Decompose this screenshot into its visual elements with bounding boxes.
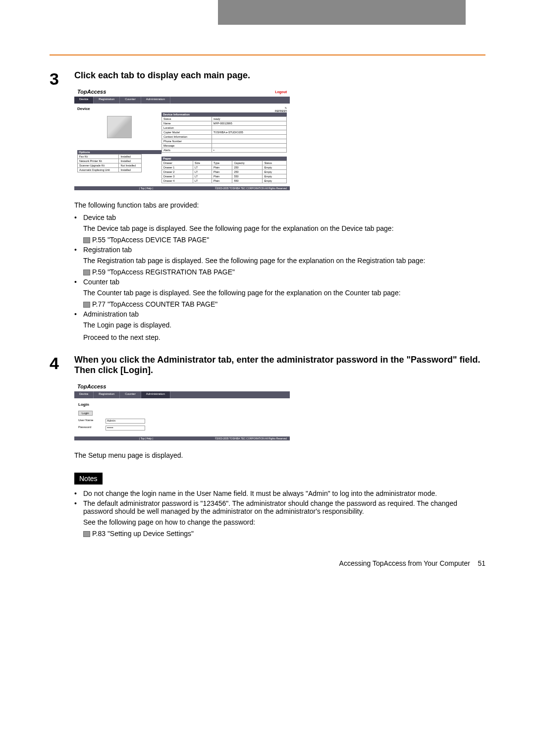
note-item: • The default administrator password is … bbox=[74, 499, 485, 515]
step-number: 4 bbox=[50, 355, 74, 540]
step-4-after: The Setup menu page is displayed. bbox=[74, 450, 485, 461]
password-label: Password bbox=[78, 426, 106, 431]
book-icon bbox=[83, 302, 90, 308]
tab-registration[interactable]: Registration bbox=[94, 97, 120, 104]
footer-copyright: ©2003-2005 TOSHIBA TEC CORPORATION All R… bbox=[215, 437, 287, 440]
tab-administration[interactable]: Administration bbox=[141, 97, 170, 104]
refresh-link[interactable]: ↻REFRESH bbox=[161, 107, 287, 112]
footer-links[interactable]: | Top | Help | bbox=[139, 187, 153, 190]
section-divider bbox=[50, 54, 485, 55]
bullet-counter-tab: • Counter tab bbox=[74, 278, 485, 286]
device-info-header: Device Information bbox=[161, 112, 287, 116]
printer-image bbox=[107, 116, 132, 138]
book-icon bbox=[83, 237, 90, 243]
step-3-intro: The following function tabs are provided… bbox=[74, 200, 485, 211]
password-input[interactable]: •••••• bbox=[106, 426, 145, 431]
paper-table: Drawer Size Type Capacity Status Drawer … bbox=[161, 161, 287, 183]
notes-header: Notes bbox=[74, 473, 103, 485]
username-label: User Name bbox=[78, 419, 106, 424]
step-number: 3 bbox=[50, 70, 74, 345]
device-info-table: Statusready NameMFP-00013995 Location Co… bbox=[161, 116, 287, 153]
tab-administration[interactable]: Administration bbox=[141, 391, 170, 398]
logout-link[interactable]: Logout bbox=[275, 90, 287, 94]
login-title: Login bbox=[78, 402, 286, 407]
tab-counter[interactable]: Counter bbox=[120, 391, 141, 398]
tab-registration[interactable]: Registration bbox=[94, 391, 120, 398]
page-footer: Accessing TopAccess from Your Computer 5… bbox=[50, 559, 485, 567]
bullet-registration-tab: • Registration tab bbox=[74, 246, 485, 254]
note-item: • Do not change the login name in the Us… bbox=[74, 489, 485, 497]
bullet-administration-tab: • Administration tab bbox=[74, 310, 485, 318]
book-icon bbox=[83, 270, 90, 275]
paper-header: Paper bbox=[161, 157, 287, 161]
screenshot-device-page: TopAccess Logout Device Registration Cou… bbox=[74, 87, 290, 190]
footer-links[interactable]: | Top | Help | bbox=[139, 437, 153, 440]
device-page-title: Device bbox=[77, 107, 90, 111]
login-button[interactable]: Login bbox=[78, 411, 93, 416]
topaccess-logo: TopAccess bbox=[77, 383, 106, 389]
top-gray-bar bbox=[218, 0, 466, 25]
tab-device[interactable]: Device bbox=[74, 97, 94, 104]
tab-counter[interactable]: Counter bbox=[120, 97, 141, 104]
username-input[interactable]: Admin bbox=[106, 419, 145, 424]
step-4: 4 When you click the Administrator tab, … bbox=[50, 355, 485, 540]
step-3-title: Click each tab to display each main page… bbox=[74, 70, 485, 81]
book-icon bbox=[83, 531, 90, 537]
tab-bar: Device Registration Counter Administrati… bbox=[74, 97, 290, 104]
tab-device[interactable]: Device bbox=[74, 391, 94, 398]
footer-copyright: ©2003-2005 TOSHIBA TEC CORPORATION All R… bbox=[215, 187, 287, 190]
tab-bar: Device Registration Counter Administrati… bbox=[74, 391, 290, 398]
options-header: Options bbox=[77, 150, 161, 154]
topaccess-logo: TopAccess bbox=[77, 89, 106, 95]
step-4-title: When you click the Administrator tab, en… bbox=[74, 355, 485, 376]
screenshot-login-page: TopAccess Device Registration Counter Ad… bbox=[74, 381, 290, 440]
bullet-device-tab: • Device tab bbox=[74, 214, 485, 221]
step-3: 3 Click each tab to display each main pa… bbox=[50, 70, 485, 345]
options-table: Fax KitInstalled Network Printer KitInst… bbox=[77, 154, 142, 172]
